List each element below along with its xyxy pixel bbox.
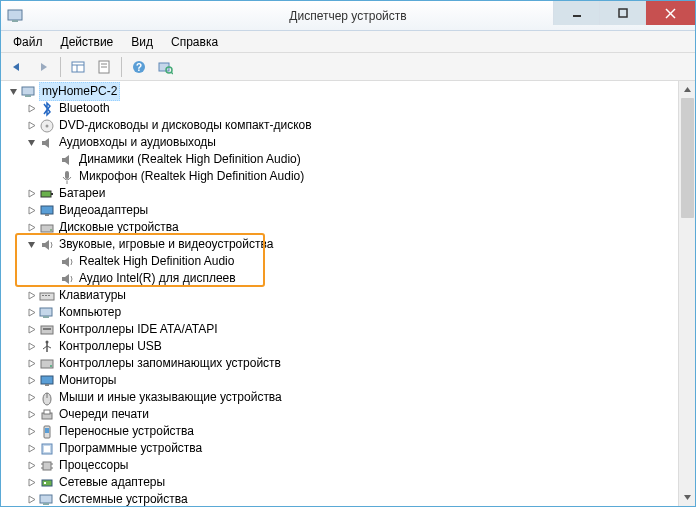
node-label: Переносные устройства bbox=[59, 423, 194, 440]
tree-network[interactable]: Сетевые адаптеры bbox=[5, 474, 693, 491]
tree-system[interactable]: Системные устройства bbox=[5, 491, 693, 506]
back-button[interactable] bbox=[5, 56, 29, 78]
expand-icon[interactable] bbox=[25, 307, 37, 319]
tree-storage[interactable]: Контроллеры запоминающих устройств bbox=[5, 355, 693, 372]
expand-icon[interactable] bbox=[25, 290, 37, 302]
tree-ide[interactable]: Контроллеры IDE ATA/ATAPI bbox=[5, 321, 693, 338]
minimize-button[interactable] bbox=[553, 1, 599, 25]
tree-print[interactable]: Очереди печати bbox=[5, 406, 693, 423]
expand-icon[interactable] bbox=[25, 477, 37, 489]
tree-audio-speakers[interactable]: Динамики (Realtek High Definition Audio) bbox=[5, 151, 693, 168]
svg-rect-23 bbox=[41, 191, 51, 197]
expand-icon[interactable] bbox=[25, 460, 37, 472]
svg-point-42 bbox=[50, 365, 52, 367]
scroll-up-icon[interactable] bbox=[679, 81, 695, 98]
device-tree[interactable]: myHomePC-2 Bluetooth DVD-дисководы и дис… bbox=[1, 81, 695, 506]
svg-rect-34 bbox=[43, 316, 49, 318]
expand-icon[interactable] bbox=[25, 324, 37, 336]
tree-cpu[interactable]: Процессоры bbox=[5, 457, 693, 474]
storage-icon bbox=[39, 356, 55, 372]
node-label: Аудио Intel(R) для дисплеев bbox=[79, 270, 236, 287]
svg-point-28 bbox=[50, 229, 52, 231]
tree-disk[interactable]: Дисковые устройства bbox=[5, 219, 693, 236]
node-label: Программные устройства bbox=[59, 440, 202, 457]
expand-icon[interactable] bbox=[25, 341, 37, 353]
tree-audio-inout[interactable]: Аудиовходы и аудиовыходы bbox=[5, 134, 693, 151]
expand-icon[interactable] bbox=[25, 392, 37, 404]
close-button[interactable] bbox=[645, 1, 695, 25]
node-label: Системные устройства bbox=[59, 491, 188, 506]
tree-battery[interactable]: Батареи bbox=[5, 185, 693, 202]
svg-rect-29 bbox=[40, 293, 54, 300]
expand-icon[interactable] bbox=[25, 188, 37, 200]
svg-point-20 bbox=[46, 124, 49, 127]
tree-sound-intel[interactable]: Аудио Intel(R) для дисплеев bbox=[5, 270, 693, 287]
expand-icon[interactable] bbox=[25, 120, 37, 132]
collapse-icon[interactable] bbox=[7, 86, 19, 98]
node-label: Bluetooth bbox=[59, 100, 110, 117]
svg-line-16 bbox=[171, 72, 173, 74]
tree-software[interactable]: Программные устройства bbox=[5, 440, 693, 457]
collapse-icon[interactable] bbox=[25, 137, 37, 149]
tree-sound-realtek[interactable]: Realtek High Definition Audio bbox=[5, 253, 693, 270]
toolbar: ? bbox=[1, 53, 695, 81]
tree-video[interactable]: Видеоадаптеры bbox=[5, 202, 693, 219]
expand-spacer bbox=[45, 154, 57, 166]
tree-monitor[interactable]: Мониторы bbox=[5, 372, 693, 389]
svg-rect-17 bbox=[22, 87, 34, 95]
tree-bluetooth[interactable]: Bluetooth bbox=[5, 100, 693, 117]
node-label: Контроллеры запоминающих устройств bbox=[59, 355, 281, 372]
menu-help[interactable]: Справка bbox=[163, 33, 226, 51]
content-area: myHomePC-2 Bluetooth DVD-дисководы и дис… bbox=[1, 81, 695, 506]
svg-rect-50 bbox=[45, 428, 49, 433]
menu-action[interactable]: Действие bbox=[53, 33, 122, 51]
expand-icon[interactable] bbox=[25, 443, 37, 455]
tree-sound[interactable]: Звуковые, игровые и видеоустройства bbox=[5, 236, 693, 253]
tree-portable[interactable]: Переносные устройства bbox=[5, 423, 693, 440]
tree-audio-mic[interactable]: Микрофон (Realtek High Definition Audio) bbox=[5, 168, 693, 185]
expand-icon[interactable] bbox=[25, 358, 37, 370]
expand-icon[interactable] bbox=[25, 426, 37, 438]
printer-icon bbox=[39, 407, 55, 423]
svg-rect-59 bbox=[44, 482, 46, 484]
tree-computer[interactable]: Компьютер bbox=[5, 304, 693, 321]
node-label: Мыши и иные указывающие устройства bbox=[59, 389, 282, 406]
menu-view[interactable]: Вид bbox=[123, 33, 161, 51]
help-button[interactable]: ? bbox=[127, 56, 151, 78]
tree-keyboard[interactable]: Клавиатуры bbox=[5, 287, 693, 304]
tree-usb[interactable]: Контроллеры USB bbox=[5, 338, 693, 355]
display-icon bbox=[39, 203, 55, 219]
expand-icon[interactable] bbox=[25, 103, 37, 115]
expand-icon[interactable] bbox=[25, 205, 37, 217]
expand-icon[interactable] bbox=[25, 494, 37, 506]
svg-rect-43 bbox=[41, 376, 53, 384]
speaker-icon bbox=[39, 237, 55, 253]
svg-rect-30 bbox=[42, 295, 44, 296]
scroll-down-icon[interactable] bbox=[679, 489, 695, 506]
maximize-button[interactable] bbox=[599, 1, 645, 25]
svg-rect-32 bbox=[48, 295, 50, 296]
tree-mouse[interactable]: Мыши и иные указывающие устройства bbox=[5, 389, 693, 406]
expand-icon[interactable] bbox=[25, 375, 37, 387]
speaker-icon bbox=[59, 254, 75, 270]
svg-text:?: ? bbox=[136, 62, 142, 73]
expand-icon[interactable] bbox=[25, 409, 37, 421]
scroll-thumb[interactable] bbox=[681, 98, 694, 218]
node-label: Батареи bbox=[59, 185, 105, 202]
tree-root[interactable]: myHomePC-2 bbox=[5, 83, 693, 100]
tree-dvd[interactable]: DVD-дисководы и дисководы компакт-дисков bbox=[5, 117, 693, 134]
show-hidden-button[interactable] bbox=[66, 56, 90, 78]
menu-file[interactable]: Файл bbox=[5, 33, 51, 51]
collapse-icon[interactable] bbox=[25, 239, 37, 251]
keyboard-icon bbox=[39, 288, 55, 304]
toolbar-sep2 bbox=[121, 57, 122, 77]
titlebar: Диспетчер устройств bbox=[1, 1, 695, 31]
node-label: Компьютер bbox=[59, 304, 121, 321]
scan-button[interactable] bbox=[153, 56, 177, 78]
forward-button[interactable] bbox=[31, 56, 55, 78]
scrollbar[interactable] bbox=[678, 81, 695, 506]
expand-icon[interactable] bbox=[25, 222, 37, 234]
node-label: Клавиатуры bbox=[59, 287, 126, 304]
properties-button[interactable] bbox=[92, 56, 116, 78]
svg-rect-61 bbox=[43, 503, 49, 505]
